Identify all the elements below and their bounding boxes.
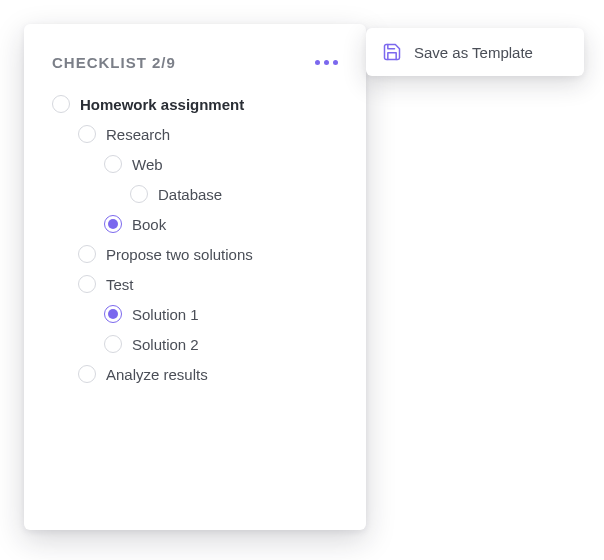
checklist-item-checkbox[interactable] — [104, 305, 122, 323]
save-as-template-menu-item[interactable]: Save as Template — [366, 28, 584, 76]
checklist-item-label: Homework assignment — [80, 96, 244, 113]
checklist-item: Book — [104, 209, 338, 239]
checklist-item: Propose two solutions — [78, 239, 338, 269]
checklist-header: CHECKLIST 2/9 — [52, 54, 338, 71]
checklist-item: Web — [104, 149, 338, 179]
save-as-template-label: Save as Template — [414, 44, 533, 61]
checklist-title: CHECKLIST 2/9 — [52, 54, 176, 71]
checklist-item-label: Solution 2 — [132, 336, 199, 353]
checklist-item-checkbox[interactable] — [78, 365, 96, 383]
checklist-item-label: Test — [106, 276, 134, 293]
checklist-item-label: Propose two solutions — [106, 246, 253, 263]
ellipsis-icon — [315, 60, 320, 65]
ellipsis-icon — [324, 60, 329, 65]
checklist-item-label: Analyze results — [106, 366, 208, 383]
checklist-item-checkbox[interactable] — [130, 185, 148, 203]
save-icon — [382, 42, 402, 62]
checklist-item-checkbox[interactable] — [52, 95, 70, 113]
checklist-item: Research — [78, 119, 338, 149]
ellipsis-icon — [333, 60, 338, 65]
checklist-item: Analyze results — [78, 359, 338, 389]
checklist-item-label: Database — [158, 186, 222, 203]
checklist-item-checkbox[interactable] — [104, 155, 122, 173]
checklist-items: Homework assignmentResearchWebDatabaseBo… — [52, 89, 338, 389]
checklist-item-checkbox[interactable] — [78, 245, 96, 263]
checklist-card: CHECKLIST 2/9 Homework assignmentResearc… — [24, 24, 366, 530]
checklist-item: Homework assignment — [52, 89, 338, 119]
checklist-item-label: Solution 1 — [132, 306, 199, 323]
checklist-item-label: Book — [132, 216, 166, 233]
checklist-item-checkbox[interactable] — [104, 215, 122, 233]
checklist-item-label: Research — [106, 126, 170, 143]
checklist-item: Solution 1 — [104, 299, 338, 329]
checklist-item-label: Web — [132, 156, 163, 173]
checklist-item-checkbox[interactable] — [104, 335, 122, 353]
checklist-item: Solution 2 — [104, 329, 338, 359]
checklist-item-checkbox[interactable] — [78, 125, 96, 143]
checklist-item: Test — [78, 269, 338, 299]
checklist-item-checkbox[interactable] — [78, 275, 96, 293]
checklist-item: Database — [130, 179, 338, 209]
more-menu-button[interactable] — [315, 60, 338, 65]
